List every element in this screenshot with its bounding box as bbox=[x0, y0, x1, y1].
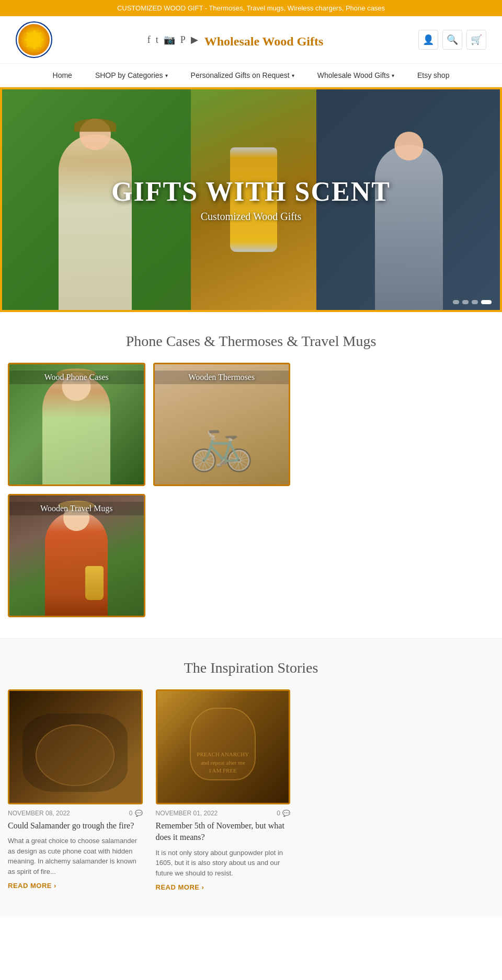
products-section-title: Phone Cases & Thermoses & Travel Mugs bbox=[8, 312, 494, 363]
nav-etsy[interactable]: Etsy shop bbox=[406, 64, 461, 87]
product-label-phone-cases: Wood Phone Cases bbox=[9, 371, 144, 384]
youtube-icon[interactable]: ▶ bbox=[191, 34, 198, 45]
pinterest-icon[interactable]: P bbox=[180, 34, 186, 45]
blog-image-0 bbox=[8, 689, 143, 804]
blog-title-1: Remember 5th of November, but what does … bbox=[156, 820, 291, 844]
nav-personalized-gifts[interactable]: Personalized Gifts on Request ▾ bbox=[179, 64, 306, 87]
logo-sun-icon bbox=[18, 24, 50, 55]
hero-subtitle: Customized Wood Gifts bbox=[25, 211, 477, 223]
announcement-text: CUSTOMIZED WOOD GIFT - Thermoses, Travel… bbox=[117, 4, 385, 12]
cart-icon: 🛒 bbox=[471, 34, 482, 45]
account-button[interactable]: 👤 bbox=[418, 30, 438, 50]
read-more-label-0: READ MORE bbox=[8, 882, 52, 890]
chevron-down-icon: ▾ bbox=[165, 73, 168, 78]
blog-title-0: Could Salamander go trough the fire? bbox=[8, 820, 143, 832]
blog-comment-1: 0 💬 bbox=[277, 810, 290, 817]
blog-image-1: PREACH ANARCHYand repeat after meI AM FR… bbox=[156, 689, 291, 804]
announcement-bar: CUSTOMIZED WOOD GIFT - Thermoses, Travel… bbox=[0, 0, 502, 16]
blog-date-1: NOVEMBER 01, 2022 bbox=[156, 810, 218, 817]
comment-icon: 💬 bbox=[282, 810, 290, 817]
product-card-thermoses[interactable]: 🚲 Wooden Thermoses bbox=[153, 363, 291, 486]
nav-wholesale[interactable]: Wholesale Wood Gifts ▾ bbox=[306, 64, 406, 87]
social-icons-group: f t 📷 P ▶ bbox=[147, 34, 198, 45]
read-more-button-0[interactable]: READ MORE › bbox=[8, 882, 143, 890]
blog-section-title: The Inspiration Stories bbox=[8, 639, 494, 689]
read-more-button-1[interactable]: READ MORE › bbox=[156, 883, 291, 891]
arrow-right-icon: › bbox=[201, 883, 204, 891]
blog-date-0: NOVEMBER 08, 2022 bbox=[8, 810, 70, 817]
logo-area[interactable] bbox=[16, 21, 52, 58]
chevron-down-icon: ▾ bbox=[392, 73, 394, 78]
search-icon: 🔍 bbox=[447, 34, 458, 45]
arrow-right-icon: › bbox=[54, 882, 56, 890]
site-header: f t 📷 P ▶ Wholesale Wood Gifts 👤 🔍 🛒 bbox=[0, 16, 502, 64]
read-more-label-1: READ MORE bbox=[156, 883, 200, 891]
account-icon: 👤 bbox=[423, 34, 434, 45]
hero-dot-4[interactable] bbox=[481, 300, 492, 304]
twitter-icon[interactable]: t bbox=[156, 34, 158, 45]
hero-dot-2[interactable] bbox=[462, 300, 469, 304]
svg-point-0 bbox=[29, 34, 39, 45]
blog-section: The Inspiration Stories NOVEMBER 08, 202… bbox=[0, 638, 502, 917]
blog-grid: NOVEMBER 08, 2022 0 💬 Could Salamander g… bbox=[8, 689, 290, 891]
product-card-travel-mugs[interactable]: Wooden Travel Mugs bbox=[8, 494, 145, 617]
blog-comment-count-0: 0 bbox=[129, 810, 133, 817]
svg-line-8 bbox=[27, 44, 29, 47]
product-label-travel-mugs: Wooden Travel Mugs bbox=[9, 502, 144, 515]
svg-line-6 bbox=[39, 44, 41, 47]
blog-meta-1: NOVEMBER 01, 2022 0 💬 bbox=[156, 810, 291, 817]
header-actions: 👤 🔍 🛒 bbox=[418, 30, 486, 50]
product-grid: Wood Phone Cases 🚲 Wooden Thermoses bbox=[8, 363, 290, 617]
search-button[interactable]: 🔍 bbox=[442, 30, 462, 50]
comment-icon: 💬 bbox=[135, 810, 143, 817]
blog-comment-0: 0 💬 bbox=[129, 810, 143, 817]
header-center: f t 📷 P ▶ Wholesale Wood Gifts bbox=[147, 31, 324, 49]
blog-excerpt-1: It is not only story about gunpowder plo… bbox=[156, 848, 291, 879]
hero-title: GIFTS WITH SCENT bbox=[25, 177, 477, 206]
hero-dots bbox=[453, 300, 492, 304]
product-card-phone-cases[interactable]: Wood Phone Cases bbox=[8, 363, 145, 486]
blog-excerpt-0: What a great choice to choose salamander… bbox=[8, 836, 143, 877]
chevron-down-icon: ▾ bbox=[292, 73, 294, 78]
blog-card-1[interactable]: PREACH ANARCHYand repeat after meI AM FR… bbox=[156, 689, 291, 891]
hero-dot-1[interactable] bbox=[453, 300, 459, 304]
products-section: Phone Cases & Thermoses & Travel Mugs Wo… bbox=[0, 312, 502, 638]
hero-slider: GIFTS WITH SCENT Customized Wood Gifts bbox=[0, 87, 502, 312]
svg-line-5 bbox=[27, 33, 29, 35]
hero-overlay: GIFTS WITH SCENT Customized Wood Gifts bbox=[25, 177, 477, 223]
instagram-icon[interactable]: 📷 bbox=[164, 34, 175, 45]
main-nav: Home SHOP by Categories ▾ Personalized G… bbox=[0, 64, 502, 87]
logo-circle bbox=[16, 21, 52, 58]
blog-card-0[interactable]: NOVEMBER 08, 2022 0 💬 Could Salamander g… bbox=[8, 689, 143, 891]
product-label-thermoses: Wooden Thermoses bbox=[155, 371, 289, 384]
nav-home[interactable]: Home bbox=[41, 64, 84, 87]
hero-dot-3[interactable] bbox=[472, 300, 478, 304]
nav-shop-categories[interactable]: SHOP by Categories ▾ bbox=[84, 64, 179, 87]
blog-comment-count-1: 0 bbox=[277, 810, 280, 817]
blog-meta-0: NOVEMBER 08, 2022 0 💬 bbox=[8, 810, 143, 817]
brand-name: Wholesale Wood Gifts bbox=[204, 34, 324, 49]
facebook-icon[interactable]: f bbox=[147, 34, 151, 45]
cart-button[interactable]: 🛒 bbox=[466, 30, 486, 50]
svg-line-7 bbox=[39, 33, 41, 35]
